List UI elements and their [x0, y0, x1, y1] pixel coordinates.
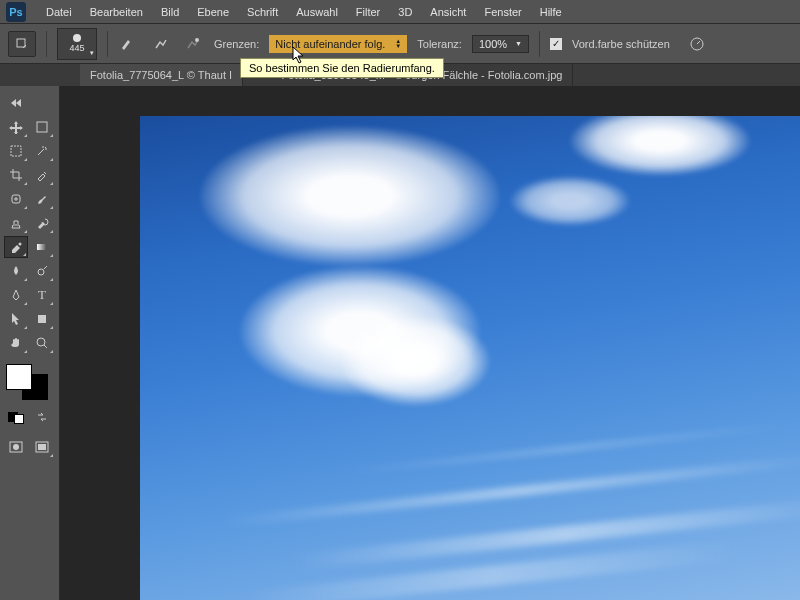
divider: [46, 31, 47, 57]
menu-ebene[interactable]: Ebene: [189, 2, 237, 22]
svg-point-10: [37, 338, 45, 346]
dodge-tool[interactable]: [30, 260, 54, 282]
clone-stamp-tool[interactable]: [4, 212, 28, 234]
tab-label: Fotolia_7775064_L © Thaut I: [90, 69, 232, 81]
tooltip: So bestimmen Sie den Radierumfang.: [240, 58, 444, 78]
svg-point-1: [195, 38, 199, 42]
menu-datei[interactable]: Datei: [38, 2, 80, 22]
svg-rect-4: [11, 146, 21, 156]
chevron-down-icon: ▾: [90, 49, 94, 57]
pressure-icon[interactable]: [686, 33, 708, 55]
swap-colors-icon[interactable]: [30, 406, 54, 428]
menu-schrift[interactable]: Schrift: [239, 2, 286, 22]
brush-preset-picker[interactable]: 445 ▾: [57, 28, 97, 60]
menu-filter[interactable]: Filter: [348, 2, 388, 22]
spot-heal-tool[interactable]: [4, 188, 28, 210]
history-brush-tool[interactable]: [30, 212, 54, 234]
svg-point-8: [38, 269, 44, 275]
document-canvas[interactable]: [140, 116, 800, 600]
magic-wand-tool[interactable]: [30, 140, 54, 162]
pen-tool[interactable]: [4, 284, 28, 306]
brush-size-value: 445: [69, 43, 84, 53]
gradient-tool[interactable]: [30, 236, 54, 258]
svg-rect-7: [37, 244, 47, 250]
path-select-tool[interactable]: [4, 308, 28, 330]
bg-eraser-tool[interactable]: [4, 236, 28, 258]
menu-auswahl[interactable]: Auswahl: [288, 2, 346, 22]
protect-foreground-checkbox[interactable]: ✓: [550, 38, 562, 50]
type-tool[interactable]: T: [30, 284, 54, 306]
grenzen-label: Grenzen:: [214, 38, 259, 50]
toleranz-input[interactable]: 100% ▼: [472, 35, 529, 53]
image-content: [340, 316, 490, 406]
color-swatches[interactable]: [4, 362, 50, 402]
svg-rect-3: [37, 122, 47, 132]
blur-tool[interactable]: [4, 260, 28, 282]
brush-tool[interactable]: [30, 188, 54, 210]
tool-preset-picker[interactable]: [8, 31, 36, 57]
menu-bearbeiten[interactable]: Bearbeiten: [82, 2, 151, 22]
toolbox: T: [0, 86, 60, 600]
grenzen-value: Nicht aufeinander folg.: [275, 38, 385, 50]
toleranz-label: Toleranz:: [417, 38, 462, 50]
default-colors-icon[interactable]: [4, 406, 28, 428]
artboard-tool[interactable]: [30, 116, 54, 138]
sampling-once-icon[interactable]: [182, 33, 204, 55]
toleranz-value: 100%: [479, 38, 507, 50]
menu-ansicht[interactable]: Ansicht: [422, 2, 474, 22]
tab-toggle-icon[interactable]: [4, 92, 28, 114]
sampling-continuous-icon[interactable]: [150, 33, 172, 55]
menu-bild[interactable]: Bild: [153, 2, 187, 22]
chevron-down-icon: ▼: [515, 40, 522, 47]
zoom-tool[interactable]: [30, 332, 54, 354]
crop-tool[interactable]: [4, 164, 28, 186]
stepper-arrows-icon: ▲▼: [395, 39, 401, 49]
svg-point-6: [19, 243, 22, 246]
menu-fenster[interactable]: Fenster: [476, 2, 529, 22]
menu-3d[interactable]: 3D: [390, 2, 420, 22]
divider: [107, 31, 108, 57]
image-content: [200, 126, 500, 266]
document-tab[interactable]: Fotolia_7775064_L © Thaut I: [80, 64, 243, 86]
svg-point-12: [13, 444, 19, 450]
image-content: [570, 116, 750, 176]
image-content: [510, 176, 630, 226]
svg-rect-0: [17, 39, 25, 47]
brush-settings-icon[interactable]: [118, 33, 140, 55]
hand-tool[interactable]: [4, 332, 28, 354]
divider: [539, 31, 540, 57]
marquee-tool[interactable]: [4, 140, 28, 162]
move-tool[interactable]: [4, 116, 28, 138]
canvas-area: [60, 86, 800, 600]
svg-rect-9: [38, 315, 46, 323]
grenzen-dropdown[interactable]: Nicht aufeinander folg. ▲▼: [269, 35, 407, 53]
main-area: T: [0, 86, 800, 600]
foreground-color-swatch[interactable]: [6, 364, 32, 390]
eyedropper-tool[interactable]: [30, 164, 54, 186]
svg-rect-14: [38, 444, 46, 450]
app-logo: Ps: [6, 2, 26, 22]
brush-dot-icon: [73, 34, 81, 42]
menu-hilfe[interactable]: Hilfe: [532, 2, 570, 22]
quick-mask-icon[interactable]: [4, 436, 28, 458]
screen-mode-icon[interactable]: [30, 436, 54, 458]
menu-bar: Ps Datei Bearbeiten Bild Ebene Schrift A…: [0, 0, 800, 24]
shape-tool[interactable]: [30, 308, 54, 330]
protect-foreground-label: Vord.farbe schützen: [572, 38, 670, 50]
